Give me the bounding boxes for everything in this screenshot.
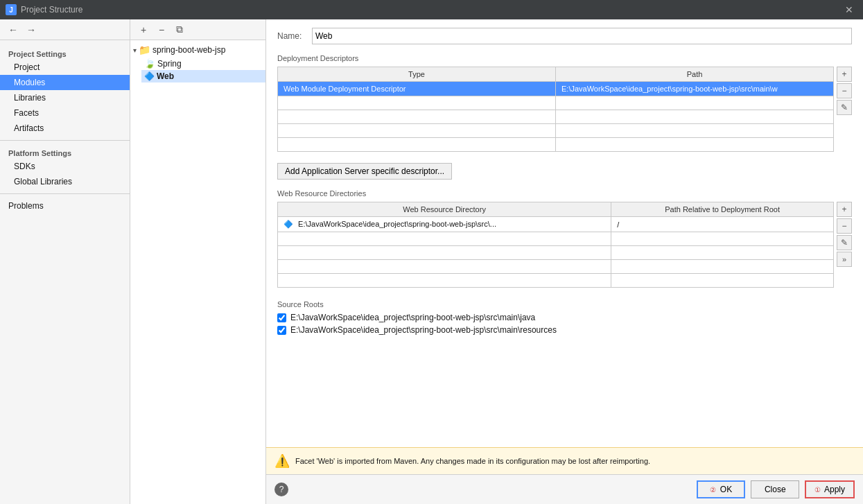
sidebar-item-sdks[interactable]: SDKs [0, 159, 130, 174]
deployment-edit-button[interactable]: ✎ [837, 100, 852, 115]
table-row [278, 96, 834, 110]
web-resource-edit-button[interactable]: ✎ [837, 235, 852, 250]
deployment-remove-button[interactable]: − [837, 83, 852, 98]
web-resource-more-button[interactable]: » [837, 252, 852, 267]
source-root-path-1: E:\JavaWorkSpace\idea_project\spring-boo… [290, 325, 557, 335]
add-module-button[interactable]: + [136, 22, 151, 37]
window-title: Project Structure [21, 5, 82, 15]
project-settings-label: Project Settings [0, 46, 130, 60]
source-root-path-0: E:\JavaWorkSpace\idea_project\spring-boo… [290, 313, 535, 322]
platform-settings-label: Platform Settings [0, 145, 130, 159]
tree-panel: + − ⧉ ▾ 📁 spring-boot-web-jsp 🍃 Spring [130, 19, 266, 504]
expand-icon: ▾ [133, 46, 137, 54]
deployment-type-cell: Web Module Deployment Descriptor [278, 82, 556, 96]
warning-bar: ⚠️ Facet 'Web' is imported from Maven. A… [266, 447, 863, 474]
table-row [278, 274, 834, 288]
tree-node-spring[interactable]: 🍃 Spring [141, 57, 265, 70]
left-sidebar: ← → Project Settings Project Modules Lib… [0, 19, 130, 504]
deployment-path-header: Path [556, 67, 834, 82]
sidebar-item-problems[interactable]: Problems [0, 198, 130, 214]
add-descriptor-button[interactable]: Add Application Server specific descript… [277, 163, 452, 180]
warning-text: Facet 'Web' is imported from Maven. Any … [295, 457, 650, 465]
table-row [278, 260, 834, 274]
detail-content: Name: Deployment Descriptors Type Path [266, 19, 863, 447]
web-icon: 🔷 [144, 71, 155, 81]
tree-node-web[interactable]: 🔷 Web [141, 70, 265, 82]
web-resource-heading: Web Resource Directories [277, 189, 852, 198]
ok-badge: ② [710, 486, 716, 494]
name-input[interactable] [312, 28, 852, 44]
table-row [278, 246, 834, 260]
copy-module-button[interactable]: ⧉ [172, 22, 187, 37]
web-dir-cell: 🔷 E:\JavaWorkSpace\idea_project\spring-b… [278, 217, 611, 232]
source-root-row-0: E:\JavaWorkSpace\idea_project\spring-boo… [277, 313, 852, 322]
title-bar: J Project Structure ✕ [0, 0, 863, 19]
web-resource-table: Web Resource Directory Path Relative to … [277, 202, 834, 288]
tree-root-label: spring-boot-web-jsp [152, 45, 225, 55]
web-resource-path-header: Path Relative to Deployment Root [611, 202, 834, 217]
sidebar-item-project[interactable]: Project [0, 60, 130, 75]
sidebar-item-facets[interactable]: Facets [0, 105, 130, 121]
web-resource-remove-button[interactable]: − [837, 218, 852, 234]
folder-icon: 📁 [139, 44, 150, 55]
sidebar-item-libraries[interactable]: Libraries [0, 90, 130, 105]
source-root-checkbox-0[interactable] [277, 313, 286, 322]
source-root-row-1: E:\JavaWorkSpace\idea_project\spring-boo… [277, 325, 852, 335]
forward-button[interactable]: → [24, 22, 39, 37]
remove-module-button[interactable]: − [154, 22, 169, 37]
web-resource-add-button[interactable]: + [837, 202, 852, 217]
name-label: Name: [277, 31, 305, 41]
table-row[interactable]: Web Module Deployment Descriptor E:\Java… [278, 82, 834, 96]
warning-icon: ⚠️ [274, 453, 290, 469]
sidebar-item-artifacts[interactable]: Artifacts [0, 121, 130, 136]
tree-node-root[interactable]: ▾ 📁 spring-boot-web-jsp [130, 43, 265, 57]
apply-badge: ① [814, 486, 821, 494]
table-row [278, 110, 834, 124]
deployment-table: Type Path Web Module Deployment Descript… [277, 67, 834, 152]
help-button[interactable]: ? [274, 483, 288, 496]
web-path-cell: / [611, 217, 834, 232]
source-roots-heading: Source Roots [277, 300, 852, 309]
deployment-add-button[interactable]: + [837, 67, 852, 82]
sidebar-item-global-libraries[interactable]: Global Libraries [0, 174, 130, 189]
tree-web-label: Web [157, 71, 174, 81]
right-detail: Name: Deployment Descriptors Type Path [266, 19, 863, 504]
table-row [278, 232, 834, 246]
ok-button[interactable]: ② OK [697, 480, 745, 498]
bottom-bar: ? ② OK Close ① Apply [266, 474, 863, 504]
apply-button[interactable]: ① Apply [805, 480, 855, 498]
back-button[interactable]: ← [6, 22, 21, 37]
sidebar-item-modules[interactable]: Modules [0, 75, 130, 90]
table-row [278, 124, 834, 138]
web-dir-icon: 🔷 [284, 220, 293, 228]
deployment-type-header: Type [278, 67, 556, 82]
module-tree: ▾ 📁 spring-boot-web-jsp 🍃 Spring 🔷 Web [130, 40, 265, 504]
deployment-descriptors-heading: Deployment Descriptors [277, 54, 852, 62]
close-window-button[interactable]: ✕ [841, 3, 857, 17]
source-root-checkbox-1[interactable] [277, 326, 286, 335]
tree-spring-label: Spring [157, 59, 182, 69]
app-icon: J [6, 4, 17, 15]
web-resource-dir-header: Web Resource Directory [278, 202, 611, 217]
table-row [278, 138, 834, 152]
deployment-path-cell: E:\JavaWorkSpace\idea_project\spring-boo… [556, 82, 834, 96]
close-button[interactable]: Close [751, 480, 799, 498]
table-row[interactable]: 🔷 E:\JavaWorkSpace\idea_project\spring-b… [278, 217, 834, 232]
spring-icon: 🍃 [144, 58, 155, 69]
